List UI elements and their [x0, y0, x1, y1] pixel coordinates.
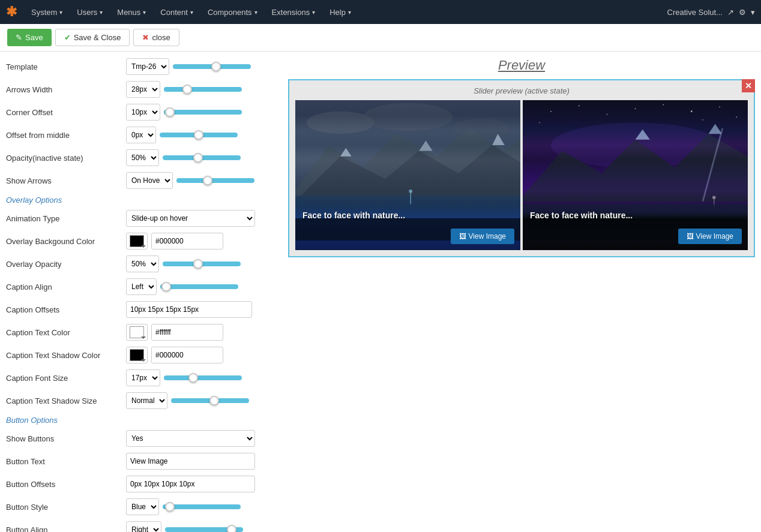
- caption-font-size-thumb[interactable]: [188, 373, 198, 383]
- gear-dropdown-caret: ▾: [751, 8, 755, 17]
- caption-offsets-input[interactable]: [126, 301, 252, 318]
- overlay-opacity-select[interactable]: 50%: [126, 256, 159, 272]
- button-align-select[interactable]: Right: [126, 521, 161, 532]
- caption-font-size-select[interactable]: 17px: [126, 369, 160, 386]
- save-button[interactable]: ✎ Save: [7, 29, 52, 46]
- button-options-link[interactable]: Button Options: [6, 416, 276, 425]
- offset-middle-select[interactable]: 0px: [126, 127, 156, 143]
- show-arrows-slider[interactable]: [176, 178, 254, 183]
- overlay-bg-color-row: Overlay Backgound Color: [6, 232, 276, 250]
- template-select[interactable]: Tmp-26: [126, 58, 169, 75]
- opacity-inactive-slider[interactable]: [163, 155, 241, 160]
- nav-components[interactable]: Components ▾: [202, 5, 263, 19]
- animation-type-select[interactable]: Slide-up on hover: [126, 210, 255, 227]
- button-align-thumb[interactable]: [227, 525, 236, 532]
- svg-point-11: [409, 190, 412, 193]
- corner-offset-slider[interactable]: [164, 110, 242, 115]
- preview-image-2: Face to face with nature... 🖼 View Image: [523, 100, 748, 250]
- show-arrows-thumb[interactable]: [203, 176, 212, 185]
- caption-shadow-color-control: [126, 347, 276, 363]
- arrows-width-thumb[interactable]: [182, 85, 192, 94]
- opacity-inactive-label: Opacity(inactive state): [6, 154, 126, 163]
- caption-align-thumb[interactable]: [161, 282, 171, 291]
- show-arrows-select[interactable]: On Hove: [126, 172, 173, 189]
- caption-align-slider[interactable]: [160, 284, 238, 289]
- preview-image-1: Face to face with nature... 🖼 View Image: [295, 100, 520, 250]
- arrows-width-row: Arrows Width 28px: [6, 80, 276, 98]
- caption-text-color-label: Caption Text Color: [6, 328, 126, 337]
- corner-offset-thumb[interactable]: [165, 107, 175, 117]
- caption-text-color-input[interactable]: [151, 324, 223, 341]
- button-align-slider[interactable]: [165, 527, 243, 532]
- save-close-button[interactable]: ✔ Save & Close: [55, 29, 130, 46]
- nav-content[interactable]: Content ▾: [154, 5, 199, 19]
- button-style-select[interactable]: Blue: [126, 498, 159, 515]
- caption-font-size-label: Caption Font Size: [6, 374, 126, 383]
- caption-shadow-color-label: Caption Text Shadow Color: [6, 351, 126, 360]
- button-style-slider[interactable]: [163, 504, 241, 509]
- opacity-inactive-thumb[interactable]: [193, 153, 203, 163]
- caption-shadow-color-row: Caption Text Shadow Color: [6, 346, 276, 364]
- opacity-inactive-control: 50%: [126, 149, 276, 166]
- offset-middle-slider[interactable]: [160, 133, 238, 137]
- caption-shadow-size-thumb[interactable]: [209, 396, 219, 405]
- overlay-opacity-slider[interactable]: [163, 262, 241, 266]
- overlay-bg-color-control: [126, 233, 276, 250]
- svg-point-16: [607, 114, 608, 115]
- caption-shadow-color-swatch[interactable]: [126, 347, 148, 363]
- offset-middle-thumb[interactable]: [194, 130, 203, 140]
- left-panel: Template Tmp-26 Arrows Width 28px: [6, 58, 276, 532]
- caption-text-color-swatch[interactable]: [126, 324, 148, 341]
- nav-users[interactable]: Users ▾: [71, 5, 109, 19]
- main-content: Template Tmp-26 Arrows Width 28px: [0, 52, 761, 532]
- caption-shadow-size-slider[interactable]: [171, 398, 249, 403]
- nav-extensions[interactable]: Extensions ▾: [266, 5, 322, 19]
- overlay-opacity-control: 50%: [126, 256, 276, 272]
- button-offsets-label: Button Offsets: [6, 480, 126, 489]
- button-style-thumb[interactable]: [165, 502, 175, 512]
- components-caret: ▾: [254, 9, 257, 16]
- nav-help[interactable]: Help ▾: [323, 5, 357, 19]
- arrows-width-select[interactable]: 28px: [126, 81, 160, 98]
- arrows-width-slider[interactable]: [164, 87, 242, 92]
- nav-menus[interactable]: Menus ▾: [111, 5, 152, 19]
- preview-title: Preview: [288, 58, 755, 73]
- arrows-width-label: Arrows Width: [6, 85, 126, 94]
- preview-subtitle: Slider preview (active state): [295, 86, 748, 95]
- overlay-options-link[interactable]: Overlay Options: [6, 196, 276, 205]
- opacity-inactive-select[interactable]: 50%: [126, 149, 159, 166]
- nav-system[interactable]: System ▾: [25, 5, 68, 19]
- view-image-button-2[interactable]: 🖼 View Image: [678, 229, 742, 244]
- overlay-bg-color-swatch[interactable]: [126, 233, 148, 250]
- button-text-input[interactable]: [126, 453, 255, 470]
- arrows-width-control: 28px: [126, 81, 276, 98]
- corner-offset-select[interactable]: 10px: [126, 104, 160, 121]
- close-button[interactable]: ✖ close: [133, 29, 179, 46]
- view-image-button-1[interactable]: 🖼 View Image: [451, 229, 514, 244]
- button-style-control: Blue: [126, 498, 276, 515]
- svg-point-15: [579, 105, 580, 106]
- template-slider-thumb[interactable]: [211, 62, 221, 71]
- right-panel: Preview ✕ Slider preview (active state): [288, 58, 755, 532]
- button-offsets-input[interactable]: [126, 476, 255, 492]
- caption-shadow-color-input[interactable]: [151, 347, 223, 363]
- caption-font-size-control: 17px: [126, 369, 276, 386]
- button-style-label: Button Style: [6, 503, 126, 512]
- caption-font-size-slider[interactable]: [164, 375, 242, 380]
- preview-box: ✕ Slider preview (active state): [288, 79, 755, 257]
- template-slider[interactable]: [173, 64, 251, 69]
- offset-middle-control: 0px: [126, 127, 276, 143]
- overlay-opacity-thumb[interactable]: [193, 259, 203, 269]
- corner-offset-label: Corner Offset: [6, 108, 126, 117]
- caption-align-select[interactable]: Left: [126, 278, 157, 295]
- preview-images: Face to face with nature... 🖼 View Image: [295, 100, 748, 250]
- caption-shadow-size-select[interactable]: Normal: [126, 392, 167, 409]
- corner-offset-control: 10px: [126, 104, 276, 121]
- menus-caret: ▾: [143, 9, 146, 16]
- gear-icon[interactable]: ⚙: [739, 8, 746, 17]
- show-buttons-select[interactable]: Yes: [126, 430, 255, 447]
- site-name: Creative Solut...: [667, 8, 723, 17]
- svg-point-2: [363, 103, 453, 131]
- overlay-bg-color-input[interactable]: [151, 233, 223, 250]
- preview-close-button[interactable]: ✕: [742, 79, 755, 92]
